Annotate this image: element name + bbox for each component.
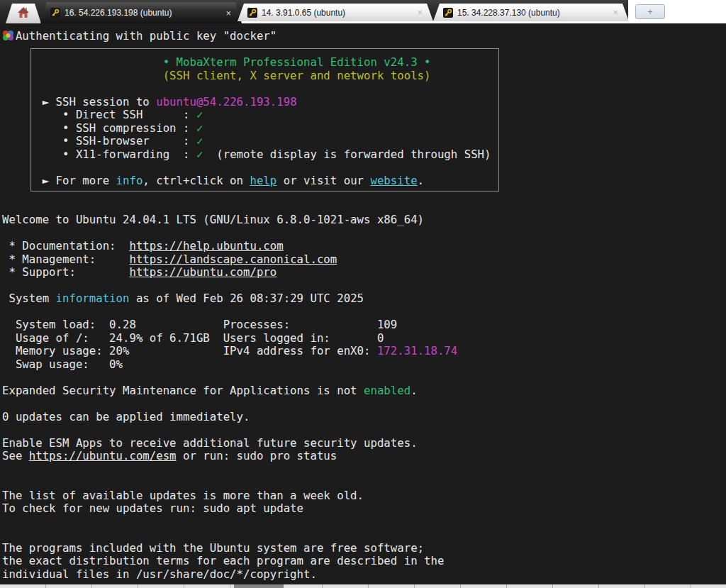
terminal-link[interactable]: help	[250, 174, 277, 187]
terminal-text: Swap usage: 0%	[2, 357, 123, 371]
terminal-line	[2, 397, 726, 411]
terminal-text: The list of available updates is more th…	[2, 489, 364, 502]
terminal-text: To check for new updates run: sudo apt u…	[2, 501, 303, 515]
terminal-text: the exact distribution terms for each pr…	[2, 554, 444, 567]
terminal-text: Enable ESM Apps to receive additional fu…	[2, 436, 418, 450]
terminal-line	[2, 43, 726, 57]
terminal-line: • MobaXterm Professional Edition v24.3 •	[2, 56, 726, 70]
terminal-text: or visit our	[277, 174, 370, 187]
terminal-text: * Support:	[2, 265, 129, 279]
terminal-text: • MobaXterm Professional Edition v24.3 •	[2, 55, 430, 69]
terminal-link[interactable]: website	[370, 174, 417, 187]
terminal-line: 0 updates can be applied immediately.	[2, 411, 726, 424]
terminal-line: • SSH-browser : ✓	[2, 135, 726, 148]
key-icon	[443, 8, 453, 18]
new-tab-button[interactable]: +	[635, 4, 665, 19]
terminal-text: ► SSH session to	[2, 95, 156, 109]
terminal-text: ✓	[196, 134, 203, 148]
terminal-text: (remote display is forwarded through SSH…	[203, 148, 491, 161]
terminal-line: Authenticating with public key "docker"	[2, 30, 726, 43]
terminal-text: Memory usage: 20% IPv4 address for enX0:	[2, 344, 377, 357]
terminal-line	[2, 371, 726, 384]
terminal-text: Authenticating with public key "docker"	[2, 29, 277, 43]
terminal-line: ► SSH session to ubuntu@54.226.193.198	[2, 96, 726, 109]
terminal-line: * Support: https://ubuntu.com/pro	[2, 266, 726, 279]
terminal-line	[2, 187, 726, 201]
tab-label: 16. 54.226.193.198 (ubuntu)	[65, 8, 220, 18]
terminal-text: * Management:	[2, 253, 129, 266]
terminal-line: Usage of /: 24.9% of 6.71GB Users logged…	[2, 332, 726, 345]
terminal-line: Enable ESM Apps to receive additional fu…	[2, 437, 726, 450]
status-bar-edge	[0, 584, 726, 588]
terminal-text: info	[116, 174, 143, 187]
terminal-link[interactable]: https://ubuntu.com/esm	[29, 449, 177, 462]
terminal-text: ► For more	[2, 174, 116, 187]
terminal-text: ✓	[196, 148, 203, 161]
terminal-text: System	[2, 292, 56, 305]
tab-label: 15. 34.228.37.130 (ubuntu)	[457, 8, 608, 18]
tab-home[interactable]	[6, 4, 41, 23]
key-icon	[247, 8, 257, 18]
terminal-line	[2, 463, 726, 477]
terminal-text: Expanded Security Maintenance for Applic…	[2, 384, 364, 397]
terminal-line: Welcome to Ubuntu 24.04.1 LTS (GNU/Linux…	[2, 213, 726, 227]
tab-session-15[interactable]: 15. 34.228.37.130 (ubuntu) ×	[433, 4, 629, 21]
terminal-line: * Documentation: https://help.ubuntu.com	[2, 240, 726, 253]
close-icon[interactable]: ×	[416, 8, 423, 17]
terminal-line: System load: 0.28 Processes: 109	[2, 318, 726, 332]
terminal-line	[2, 279, 726, 293]
terminal-text: (SSH client, X server and network tools)	[2, 69, 430, 82]
terminal-line: To check for new updates run: sudo apt u…	[2, 502, 726, 516]
terminal-line: individual files in /usr/share/doc/*/cop…	[2, 568, 726, 582]
key-icon	[50, 8, 60, 18]
tab-session-16[interactable]: 16. 54.226.193.198 (ubuntu) ×	[40, 2, 242, 23]
terminal-line: ► For more info, ctrl+click on help or v…	[2, 174, 726, 188]
terminal-line: Expanded Security Maintenance for Applic…	[2, 384, 726, 398]
close-icon[interactable]: ×	[612, 8, 619, 17]
terminal-line	[2, 516, 726, 529]
close-icon[interactable]: ×	[225, 9, 232, 18]
terminal-line: See https://ubuntu.com/esm or run: sudo …	[2, 450, 726, 463]
terminal-line: * Management: https://landscape.canonica…	[2, 253, 726, 267]
terminal-line	[2, 201, 726, 214]
terminal-text: or run: sudo pro status	[177, 449, 337, 462]
terminal-line	[2, 476, 726, 489]
terminal-line	[2, 161, 726, 174]
home-icon	[18, 7, 29, 20]
terminal-text: System load: 0.28 Processes: 109	[2, 318, 397, 331]
terminal-line: The programs included with the Ubuntu sy…	[2, 542, 726, 555]
terminal-text: individual files in /usr/share/doc/*/cop…	[2, 567, 317, 581]
tab-label: 14. 3.91.0.65 (ubuntu)	[262, 8, 412, 18]
terminal-text: .	[418, 174, 424, 187]
terminal-text: 172.31.18.74	[377, 344, 457, 357]
terminal-text: information	[56, 292, 130, 305]
terminal-text: Usage of /: 24.9% of 6.71GB Users logged…	[2, 331, 384, 345]
terminal-text: ✓	[196, 108, 203, 121]
terminal-line	[2, 528, 726, 542]
terminal-text: See	[2, 449, 29, 462]
terminal-line: • X11-forwarding : ✓ (remote display is …	[2, 148, 726, 162]
terminal-line: Memory usage: 20% IPv4 address for enX0:…	[2, 345, 726, 358]
tab-bar: 16. 54.226.193.198 (ubuntu) × 14. 3.91.0…	[0, 0, 726, 23]
terminal-line: • Direct SSH : ✓	[2, 109, 726, 122]
terminal-text: ✓	[196, 121, 203, 135]
terminal-text: , ctrl+click on	[143, 174, 250, 187]
terminal-lines: Authenticating with public key "docker" …	[2, 30, 726, 581]
terminal-line	[2, 306, 726, 319]
terminal-line: System information as of Wed Feb 26 08:3…	[2, 292, 726, 306]
terminal-text: as of Wed Feb 26 08:37:29 UTC 2025	[129, 292, 364, 305]
terminal-text: • SSH-browser :	[2, 134, 196, 148]
terminal-text: enabled	[364, 384, 411, 397]
terminal-link[interactable]: https://ubuntu.com/pro	[129, 265, 277, 279]
terminal[interactable]: Authenticating with public key "docker" …	[0, 23, 726, 584]
terminal-line: the exact distribution terms for each pr…	[2, 555, 726, 568]
terminal-text: • SSH compression :	[2, 121, 196, 135]
tab-session-14[interactable]: 14. 3.91.0.65 (ubuntu) ×	[238, 4, 433, 21]
terminal-link[interactable]: https://help.ubuntu.com	[129, 239, 283, 253]
terminal-text: ubuntu@54.226.193.198	[156, 95, 296, 109]
terminal-text: • X11-forwarding :	[2, 148, 196, 161]
terminal-line: • SSH compression : ✓	[2, 122, 726, 135]
status-bar-active-segment	[234, 584, 284, 588]
terminal-link[interactable]: https://landscape.canonical.com	[129, 253, 337, 266]
terminal-text: 0 updates can be applied immediately.	[2, 410, 250, 423]
